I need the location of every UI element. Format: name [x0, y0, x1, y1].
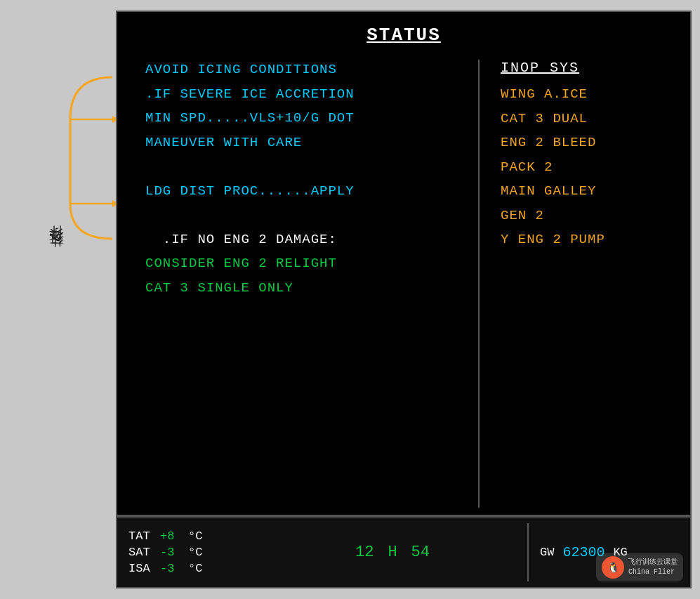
inop-item-3: ENG 2 BLEED: [501, 133, 669, 153]
watermark-text: 飞行训练云课堂 China Flier: [628, 558, 678, 577]
outer-wrapper: 执行条件 STATUS AVOID ICING CONDITIONS .IF S…: [0, 0, 700, 599]
line-9: CONSIDER ENG 2 RELIGHT: [145, 254, 471, 274]
screen-title: STATUS: [117, 12, 690, 53]
inop-item-4: PACK 2: [501, 157, 669, 178]
isa-value: -3: [160, 562, 181, 575]
line-5: [145, 157, 471, 177]
inop-item-5: MAIN GALLEY: [501, 181, 669, 202]
body-area: AVOID ICING CONDITIONS .IF SEVERE ICE AC…: [117, 53, 690, 515]
inop-item-6: GEN 2: [501, 206, 669, 226]
annotation-container: 执行条件: [46, 247, 70, 258]
tat-unit: °C: [188, 529, 202, 543]
right-panel: INOP SYS WING A.ICE CAT 3 DUAL ENG 2 BLE…: [480, 53, 676, 515]
sat-unit: °C: [188, 546, 202, 559]
left-panel: AVOID ICING CONDITIONS .IF SEVERE ICE AC…: [131, 53, 478, 515]
line-4: MANEUVER WITH CARE: [145, 133, 471, 153]
inop-item-7: Y ENG 2 PUMP: [501, 230, 669, 250]
line-7: [145, 205, 471, 225]
annotation-area: 执行条件: [0, 0, 116, 506]
tat-value: +8: [160, 529, 181, 543]
isa-label: ISA: [128, 562, 153, 575]
screen-content: STATUS AVOID ICING CONDITIONS .IF SEVERE…: [117, 12, 690, 515]
sat-value: -3: [160, 546, 181, 559]
watermark-icon: 🐧: [602, 556, 624, 579]
inop-item-2: CAT 3 DUAL: [501, 109, 669, 129]
bottom-right-section: GW 62300 KG 🐧 飞行训练云课堂 China Flier: [529, 518, 690, 587]
line-1: AVOID ICING CONDITIONS: [145, 60, 471, 80]
inop-header: INOP SYS: [501, 60, 669, 76]
tat-label: TAT: [128, 529, 153, 543]
sat-label: SAT: [128, 546, 153, 559]
bottom-center-section: 12 H 54: [258, 518, 527, 587]
center-val2: H: [388, 544, 397, 561]
inop-item-1: WING A.ICE: [501, 84, 669, 105]
bottom-bar: TAT +8 °C SAT -3 °C ISA -3 °C 12 H 54: [116, 516, 692, 588]
tat-row: TAT +8 °C: [128, 529, 246, 543]
gw-label: GW: [540, 546, 554, 559]
line-3: MIN SPD.....VLS+10/G DOT: [145, 108, 471, 129]
annotation-text: 执行条件: [46, 247, 65, 258]
line-10: CAT 3 SINGLE ONLY: [145, 278, 471, 298]
watermark-line2: China Flier: [628, 567, 678, 577]
bottom-left-section: TAT +8 °C SAT -3 °C ISA -3 °C: [117, 518, 258, 587]
watermark: 🐧 飞行训练云课堂 China Flier: [596, 553, 683, 581]
isa-row: ISA -3 °C: [128, 562, 246, 575]
line-8: .IF NO ENG 2 DAMAGE:: [145, 230, 471, 250]
isa-unit: °C: [188, 562, 202, 575]
center-val3: 54: [411, 544, 430, 561]
sat-row: SAT -3 °C: [128, 546, 246, 559]
center-val1: 12: [355, 544, 374, 561]
line-6: LDG DIST PROC......APPLY: [145, 181, 471, 202]
main-screen: STATUS AVOID ICING CONDITIONS .IF SEVERE…: [116, 11, 692, 516]
watermark-line1: 飞行训练云课堂: [628, 558, 678, 567]
line-2: .IF SEVERE ICE ACCRETION: [145, 84, 471, 105]
